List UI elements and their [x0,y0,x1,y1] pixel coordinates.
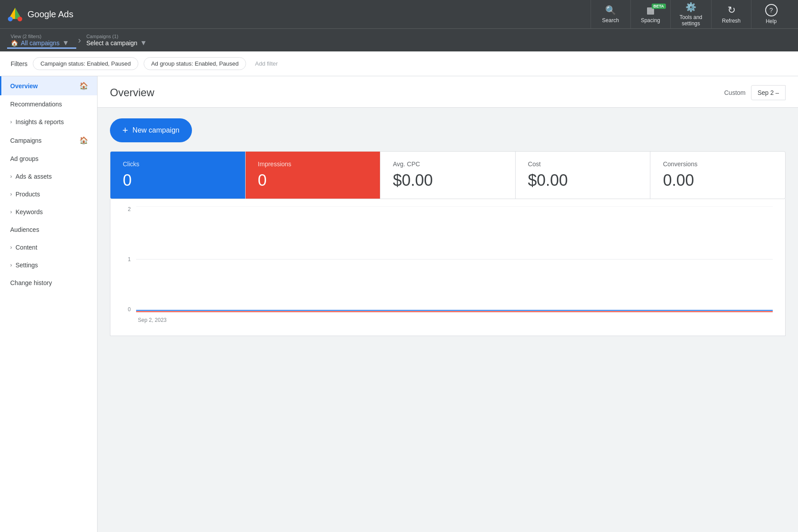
settings-chevron-icon: › [10,262,12,268]
chart-svg-wrapper: Sep 2, 2023 [136,206,773,323]
metric-card-cost[interactable]: Cost $0.00 [516,152,651,199]
content-chevron-icon: › [10,244,12,250]
overview-header: Overview Custom Sep 2 – [98,76,798,108]
keywords-chevron-icon: › [10,209,12,215]
spacing-label: Spacing [641,17,660,23]
breadcrumb-select-campaign[interactable]: Campaigns (1) Select a campaign ▼ [83,34,154,47]
filter-bar: Filters Campaign status: Enabled, Paused… [0,51,798,76]
content-label: Content [16,244,37,251]
sidebar-item-keywords[interactable]: › Keywords [0,203,97,221]
sidebar-item-products[interactable]: › Products [0,185,97,203]
breadcrumb-campaigns-sublabel: Campaigns (1) [86,34,147,39]
chart-y-label-2: 2 [128,206,131,212]
ad-groups-label: Ad groups [10,155,39,162]
breadcrumb-select-campaign-value: Select a campaign ▼ [86,39,147,47]
tools-nav-item[interactable]: ⚙️ Tools andsettings [670,0,711,28]
settings-label: Settings [16,262,38,269]
date-range-button[interactable]: Sep 2 – [751,85,786,100]
overview-home-icon: 🏠 [79,82,88,90]
breadcrumb-all-campaigns[interactable]: View (2 filters) 🏠 All campaigns ▼ [7,34,76,47]
change-history-label: Change history [10,279,52,286]
breadcrumb-dropdown-icon-2: ▼ [140,39,147,47]
sidebar-item-campaigns[interactable]: Campaigns 🏠 [0,131,97,150]
chart-x-label: Sep 2, 2023 [136,317,773,323]
metric-card-conversions[interactable]: Conversions 0.00 [650,152,785,199]
clicks-label: Clicks [123,160,233,168]
sidebar-item-insights-reports[interactable]: › Insights & reports [0,113,97,131]
breadcrumb-divider: › [78,35,81,45]
metric-card-clicks[interactable]: Clicks 0 [110,152,246,199]
sidebar-item-recommendations[interactable]: Recommendations [0,95,97,113]
clicks-value: 0 [123,171,233,190]
svg-point-2 [8,16,13,21]
refresh-label: Refresh [722,18,740,24]
overview-label: Overview [10,82,38,90]
chart-y-label-0: 0 [128,306,131,313]
sidebar-item-ads-assets[interactable]: › Ads & assets [0,168,97,185]
sidebar-item-ad-groups[interactable]: Ad groups [0,150,97,168]
sidebar-item-overview[interactable]: Overview 🏠 [0,76,97,95]
search-nav-item[interactable]: 🔍 Search [591,0,630,28]
spacing-nav-item[interactable]: BETA ▦ Spacing [630,0,670,28]
ads-assets-chevron-icon: › [10,173,12,180]
help-label: Help [766,18,777,24]
campaigns-home-icon: 🏠 [79,136,88,145]
filter-label: Filters [11,60,27,67]
sidebar-item-settings[interactable]: › Settings [0,256,97,274]
filter-chip-adgroup-status[interactable]: Ad group status: Enabled, Paused [144,57,246,70]
metrics-row: Clicks 0 Impressions 0 Avg. CPC $0.00 Co… [110,151,786,199]
beta-badge: BETA [652,4,666,9]
conversions-label: Conversions [663,160,773,168]
breadcrumb-all-campaigns-value: 🏠 All campaigns ▼ [11,39,69,47]
add-filter-button[interactable]: Add filter [251,58,281,70]
products-label: Products [16,191,40,198]
breadcrumb-dropdown-icon-1: ▼ [62,39,69,47]
products-chevron-icon: › [10,191,12,197]
content-body: + New campaign Clicks 0 Impressions 0 Av… [98,108,798,347]
home-icon: 🏠 [11,39,18,47]
search-icon: 🔍 [605,5,616,16]
impressions-value: 0 [258,171,368,190]
ads-assets-label: Ads & assets [16,173,52,180]
cost-label: Cost [528,160,638,168]
avg-cpc-value: $0.00 [393,171,503,190]
date-custom-label: Custom [719,86,751,100]
tools-icon: ⚙️ [685,2,696,12]
help-nav-item[interactable]: ? Help [751,0,791,28]
tools-label: Tools andsettings [680,14,702,27]
refresh-icon: ↻ [728,4,735,16]
refresh-nav-item[interactable]: ↻ Refresh [711,0,751,28]
sidebar-item-change-history[interactable]: Change history [0,274,97,292]
date-range-area: Custom Sep 2 – [719,85,786,107]
overview-title: Overview [110,86,154,106]
top-navigation: Google Ads 🔍 Search BETA ▦ Spacing ⚙️ To… [0,0,798,28]
campaigns-label: Campaigns [10,137,42,144]
audiences-label: Audiences [10,226,39,233]
new-campaign-button[interactable]: + New campaign [110,118,192,142]
sidebar-item-content[interactable]: › Content [0,239,97,256]
sidebar: Overview 🏠 Recommendations › Insights & … [0,76,98,532]
breadcrumb-all-campaigns-sublabel: View (2 filters) [11,34,69,39]
help-icon: ? [765,4,778,16]
filter-chip-campaign-status[interactable]: Campaign status: Enabled, Paused [33,57,138,70]
svg-point-3 [17,16,22,21]
recommendations-label: Recommendations [10,101,62,108]
new-campaign-label: New campaign [133,126,180,134]
insights-chevron-icon: › [10,119,12,125]
avg-cpc-label: Avg. CPC [393,160,503,168]
breadcrumb-bar: View (2 filters) 🏠 All campaigns ▼ › Cam… [0,28,798,51]
metric-card-avg-cpc[interactable]: Avg. CPC $0.00 [380,152,516,199]
main-layout: Overview 🏠 Recommendations › Insights & … [0,76,798,532]
logo-area[interactable]: Google Ads [7,6,73,22]
metric-card-impressions[interactable]: Impressions 0 [246,152,381,199]
app-name: Google Ads [27,9,73,20]
nav-actions: 🔍 Search BETA ▦ Spacing ⚙️ Tools andsett… [591,0,791,28]
chart-area: 2 1 0 [110,199,786,336]
sidebar-item-audiences[interactable]: Audiences [0,221,97,239]
new-campaign-plus-icon: + [122,125,128,136]
content-area: Overview Custom Sep 2 – + New campaign C… [98,76,798,532]
insights-label: Insights & reports [16,118,64,125]
impressions-label: Impressions [258,160,368,168]
chart-svg [136,206,773,313]
search-label: Search [602,17,619,23]
